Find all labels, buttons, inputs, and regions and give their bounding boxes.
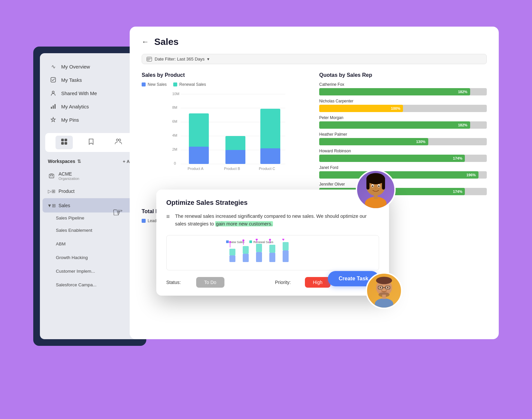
workspace-item-product[interactable]: ▷⊞ Product ⋮ (43, 184, 140, 198)
sort-icon[interactable]: ⇅ (77, 159, 81, 164)
legend-dot (142, 219, 146, 223)
svg-text:8M: 8M (172, 105, 177, 109)
male-avatar-svg (367, 272, 401, 309)
mini-chart-svg: New Sales Renewal Sales (170, 239, 375, 265)
quota-row: Peter Morgan 182% (319, 115, 487, 129)
svg-rect-4 (55, 104, 56, 109)
pins-icon (50, 116, 57, 123)
workspaces-header: Workspaces ⇅ + Add (40, 157, 143, 168)
main-header: ← Sales (142, 37, 487, 47)
acme-info: ACME Organization (59, 171, 79, 181)
sidebar: ∿ My Overview My Tasks Shared With Me M (40, 53, 143, 339)
svg-text:Product A: Product A (188, 167, 203, 171)
sidebar-tabs (45, 133, 138, 152)
chart-legend: New Sales Renewal Sales (142, 82, 309, 87)
svg-rect-30 (225, 150, 245, 164)
sidebar-item-analytics[interactable]: My Analytics (45, 100, 138, 113)
sub-item-abm[interactable]: ABM ⋮ (53, 237, 140, 251)
modal-text: The renewal sales increased significantl… (175, 212, 379, 228)
svg-rect-12 (50, 175, 51, 176)
menu-icon: ≡ (166, 213, 170, 228)
legend-label: Renewal Sales (179, 82, 206, 87)
sub-item-pipeline[interactable]: Sales Pipeline (53, 212, 140, 223)
quota-bar-fill: 100% (319, 105, 403, 112)
svg-text:10M: 10M (172, 92, 179, 96)
svg-point-101 (375, 299, 393, 309)
svg-rect-85 (269, 253, 275, 262)
quota-name: Nicholas Carpenter (319, 99, 487, 103)
quota-bar-bg: 182% (319, 121, 487, 129)
priority-value[interactable]: High (305, 277, 331, 288)
svg-text:Renewal Sales: Renewal Sales (253, 240, 274, 244)
tab-people[interactable] (109, 136, 127, 149)
svg-point-76 (229, 241, 231, 243)
sub-item-customer[interactable]: Customer Implem... ⋮ (53, 264, 140, 278)
sidebar-item-overview[interactable]: ∿ My Overview (45, 60, 138, 73)
quota-bar-bg: 196% (319, 171, 487, 179)
quota-bar-fill: 174% (319, 155, 465, 162)
svg-text:0: 0 (174, 161, 176, 165)
quota-name: Janet Ford (319, 165, 487, 170)
quota-bar-fill: 182% (319, 88, 470, 95)
priority-label: Priority: (275, 280, 298, 285)
quota-name: Heather Palmer (319, 132, 487, 137)
create-task-label: Create Task (338, 276, 368, 281)
legend-renewal-sales: Renewal Sales (173, 82, 206, 87)
female-avatar-svg (357, 170, 394, 210)
svg-rect-74 (229, 249, 235, 255)
quota-name: Howard Robinson (319, 149, 487, 153)
sales-icon: ▼⊞ (48, 202, 55, 209)
sub-item-growth[interactable]: Growth Hacking ⋮ (53, 251, 140, 264)
back-button[interactable]: ← (142, 38, 149, 46)
quota-bar-bg: 182% (319, 88, 487, 95)
modal-title: Optimize Sales Strategies (166, 199, 379, 207)
tab-bookmarks[interactable] (83, 136, 99, 149)
svg-point-92 (282, 239, 284, 240)
svg-point-9 (116, 139, 118, 141)
page-title: Sales (154, 37, 179, 47)
sales-sub-items: Sales Pipeline Sales Enablement ⋮ ABM ⋮ (43, 212, 140, 292)
svg-point-1 (52, 91, 54, 93)
sales-by-product-chart: Sales by Product New Sales Renewal Sales… (142, 72, 309, 199)
shared-icon (50, 90, 57, 96)
svg-point-98 (380, 287, 381, 288)
workspace-item-acme[interactable]: ACME Organization ⋮ (43, 168, 140, 184)
sidebar-item-shared[interactable]: Shared With Me (45, 86, 138, 100)
svg-rect-90 (283, 242, 289, 250)
sidebar-item-pins[interactable]: My Pins (45, 113, 138, 126)
svg-text:4M: 4M (172, 133, 177, 137)
status-value[interactable]: To Do (196, 277, 224, 288)
svg-text:2M: 2M (172, 147, 177, 151)
quota-bar-fill: 196% (319, 171, 478, 179)
sub-item-salesforce[interactable]: Salesforce Campa... ⋮ (53, 278, 140, 292)
filter-icon (147, 57, 152, 62)
tab-workspaces[interactable] (56, 136, 73, 149)
date-filter-button[interactable]: Date Filter: Last 365 Days ▾ (142, 54, 487, 64)
quotas-chart: Quotas by Sales Rep Catherine Fox 182% N… (319, 72, 487, 199)
svg-rect-62 (382, 177, 385, 190)
sales-label: Sales (59, 203, 70, 208)
svg-point-10 (119, 139, 121, 141)
svg-text:New Sales: New Sales (230, 240, 245, 244)
svg-rect-102 (382, 295, 386, 299)
sidebar-item-tasks[interactable]: My Tasks (45, 73, 138, 86)
legend-dot (173, 82, 177, 86)
svg-point-99 (387, 287, 388, 288)
svg-point-80 (242, 239, 244, 241)
svg-rect-82 (256, 244, 262, 252)
workspace-item-sales[interactable]: ▼⊞ Sales ⋮ (43, 198, 140, 212)
product-label: Product (59, 189, 74, 194)
status-label: Status: (166, 280, 190, 285)
sub-item-enablement[interactable]: Sales Enablement ⋮ (53, 223, 140, 237)
tasks-icon (50, 76, 57, 83)
quota-name: Peter Morgan (319, 115, 487, 120)
quota-row: Catherine Fox 182% (319, 82, 487, 95)
sub-item-label: ABM (56, 241, 66, 246)
svg-point-94 (376, 277, 392, 284)
sub-item-label: Sales Enablement (56, 228, 92, 233)
quota-bar-fill: 182% (319, 121, 470, 129)
acme-subtitle: Organization (59, 177, 79, 181)
quota-row: Nicholas Carpenter 100% (319, 99, 487, 112)
sidebar-nav-label: My Pins (61, 117, 79, 123)
overview-icon: ∿ (50, 63, 57, 70)
